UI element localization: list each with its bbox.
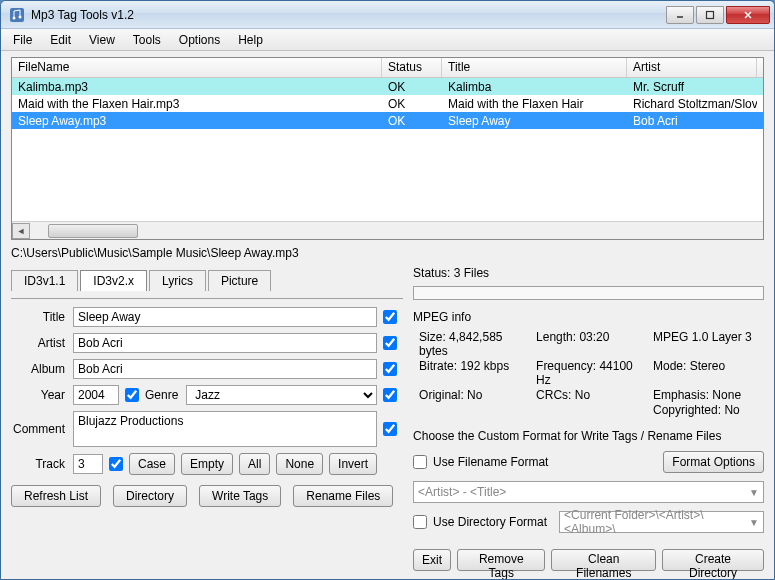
- cell-filename: Maid with the Flaxen Hair.mp3: [12, 97, 382, 111]
- tab-lyrics[interactable]: Lyrics: [149, 270, 206, 291]
- track-check[interactable]: [109, 457, 123, 471]
- svg-rect-4: [707, 11, 714, 18]
- cell-title: Maid with the Flaxen Hair: [442, 97, 627, 111]
- genre-select[interactable]: Jazz: [186, 385, 377, 405]
- status-label: Status: 3 Files: [413, 266, 764, 280]
- title-check[interactable]: [383, 310, 397, 324]
- progress-bar: [413, 286, 764, 300]
- track-label: Track: [11, 457, 67, 471]
- comment-input[interactable]: Blujazz Productions: [73, 411, 377, 447]
- title-label: Title: [11, 310, 67, 324]
- scroll-thumb[interactable]: [48, 224, 138, 238]
- menu-help[interactable]: Help: [230, 31, 271, 49]
- mpeg-frequency: Frequency: 44100 Hz: [536, 359, 647, 387]
- mpeg-bitrate: Bitrate: 192 kbps: [419, 359, 530, 387]
- directory-button[interactable]: Directory: [113, 485, 187, 507]
- genre-label: Genre: [145, 388, 180, 402]
- horizontal-scrollbar[interactable]: ◄: [12, 221, 763, 239]
- tab-id3v2[interactable]: ID3v2.x: [80, 270, 147, 291]
- scroll-left-icon[interactable]: ◄: [12, 223, 30, 239]
- mpeg-info-heading: MPEG info: [413, 310, 764, 324]
- album-input[interactable]: [73, 359, 377, 379]
- cell-title: Sleep Away: [442, 114, 627, 128]
- cell-filename: Sleep Away.mp3: [12, 114, 382, 128]
- year-input[interactable]: [73, 385, 119, 405]
- track-input[interactable]: [73, 454, 103, 474]
- cell-status: OK: [382, 80, 442, 94]
- artist-check[interactable]: [383, 336, 397, 350]
- format-options-button[interactable]: Format Options: [663, 451, 764, 473]
- year-label: Year: [11, 388, 67, 402]
- directory-format-combo[interactable]: <Current Folder>\<Artist>\<Album>\ ▼: [559, 511, 764, 533]
- invert-button[interactable]: Invert: [329, 453, 377, 475]
- menu-options[interactable]: Options: [171, 31, 228, 49]
- mpeg-version: MPEG 1.0 Layer 3: [653, 330, 764, 358]
- title-input[interactable]: [73, 307, 377, 327]
- use-filename-label: Use Filename Format: [433, 455, 548, 469]
- chevron-down-icon: ▼: [749, 517, 759, 528]
- app-window: Mp3 Tag Tools v1.2 File Edit View Tools …: [0, 0, 775, 580]
- year-check[interactable]: [125, 388, 139, 402]
- tab-id3v1[interactable]: ID3v1.1: [11, 270, 78, 291]
- refresh-list-button[interactable]: Refresh List: [11, 485, 101, 507]
- tag-form: Title Artist Album Year Genre Jazz: [11, 298, 403, 475]
- mpeg-original: Original: No: [419, 388, 530, 402]
- rename-files-button[interactable]: Rename Files: [293, 485, 393, 507]
- album-check[interactable]: [383, 362, 397, 376]
- custom-format-heading: Choose the Custom Format for Write Tags …: [413, 429, 764, 443]
- comment-label: Comment: [11, 422, 67, 436]
- col-header-filename[interactable]: FileName: [12, 58, 382, 77]
- table-row[interactable]: Kalimba.mp3OKKalimbaMr. Scruff: [12, 78, 763, 95]
- tab-picture[interactable]: Picture: [208, 270, 271, 291]
- svg-point-2: [19, 15, 22, 18]
- comment-check[interactable]: [383, 422, 397, 436]
- use-directory-check[interactable]: [413, 515, 427, 529]
- menu-edit[interactable]: Edit: [42, 31, 79, 49]
- all-button[interactable]: All: [239, 453, 270, 475]
- exit-button[interactable]: Exit: [413, 549, 451, 571]
- none-button[interactable]: None: [276, 453, 323, 475]
- mpeg-copyright: Copyrighted: No: [653, 403, 764, 417]
- mpeg-info: Size: 4,842,585 bytes Length: 03:20 MPEG…: [413, 330, 764, 417]
- mpeg-size: Size: 4,842,585 bytes: [419, 330, 530, 358]
- filename-format-combo[interactable]: <Artist> - <Title> ▼: [413, 481, 764, 503]
- table-row[interactable]: Maid with the Flaxen Hair.mp3OKMaid with…: [12, 95, 763, 112]
- maximize-button[interactable]: [696, 6, 724, 24]
- cell-status: OK: [382, 97, 442, 111]
- use-filename-check[interactable]: [413, 455, 427, 469]
- close-button[interactable]: [726, 6, 770, 24]
- album-label: Album: [11, 362, 67, 376]
- artist-input[interactable]: [73, 333, 377, 353]
- case-button[interactable]: Case: [129, 453, 175, 475]
- menu-tools[interactable]: Tools: [125, 31, 169, 49]
- titlebar[interactable]: Mp3 Tag Tools v1.2: [1, 1, 774, 29]
- genre-check[interactable]: [383, 388, 397, 402]
- cell-artist: Mr. Scruff: [627, 80, 757, 94]
- file-list[interactable]: FileName Status Title Artist Kalimba.mp3…: [11, 57, 764, 240]
- menu-view[interactable]: View: [81, 31, 123, 49]
- write-tags-button[interactable]: Write Tags: [199, 485, 281, 507]
- menubar: File Edit View Tools Options Help: [1, 29, 774, 51]
- remove-tags-button[interactable]: Remove Tags: [457, 549, 545, 571]
- chevron-down-icon: ▼: [749, 487, 759, 498]
- mpeg-emphasis: Emphasis: None: [653, 388, 764, 402]
- col-header-title[interactable]: Title: [442, 58, 627, 77]
- filename-format-value: <Artist> - <Title>: [418, 485, 506, 499]
- create-directory-button[interactable]: Create Directory: [662, 549, 764, 571]
- col-header-status[interactable]: Status: [382, 58, 442, 77]
- cell-status: OK: [382, 114, 442, 128]
- table-row[interactable]: Sleep Away.mp3OKSleep AwayBob Acri: [12, 112, 763, 129]
- app-icon: [9, 7, 25, 23]
- cell-title: Kalimba: [442, 80, 627, 94]
- clean-filenames-button[interactable]: Clean Filenames: [551, 549, 656, 571]
- file-list-header: FileName Status Title Artist: [12, 58, 763, 78]
- svg-point-1: [13, 16, 16, 19]
- minimize-button[interactable]: [666, 6, 694, 24]
- col-header-artist[interactable]: Artist: [627, 58, 757, 77]
- directory-format-value: <Current Folder>\<Artist>\<Album>\: [564, 508, 749, 536]
- empty-button[interactable]: Empty: [181, 453, 233, 475]
- tag-tabs: ID3v1.1 ID3v2.x Lyrics Picture: [11, 266, 403, 290]
- window-title: Mp3 Tag Tools v1.2: [31, 8, 666, 22]
- menu-file[interactable]: File: [5, 31, 40, 49]
- mpeg-mode: Mode: Stereo: [653, 359, 764, 387]
